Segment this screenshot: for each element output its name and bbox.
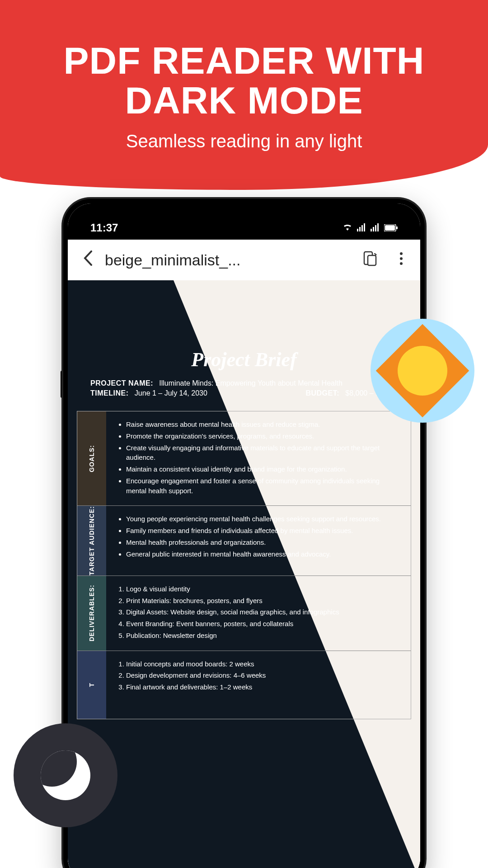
- list-item: Final artwork and deliverables: 1–2 week…: [126, 682, 400, 692]
- svg-rect-0: [357, 229, 358, 231]
- list-item: Digital Assets: Website design, social m…: [126, 607, 400, 617]
- goals-body: Raise awareness about mental health issu…: [106, 411, 411, 505]
- list-item: Logo & visual identity: [126, 584, 400, 594]
- svg-rect-10: [396, 226, 398, 229]
- list-item: Promote the organization's services, pro…: [126, 431, 400, 441]
- document-page: Project Brief PROJECT NAME: Illuminate M…: [72, 335, 416, 719]
- svg-rect-4: [371, 229, 372, 231]
- target-row: TARGET AUDIENCE: Young people experienci…: [77, 506, 411, 576]
- goals-list: Raise awareness about mental health issu…: [117, 420, 400, 495]
- list-item: Raise awareness about mental health issu…: [126, 420, 400, 429]
- timeline-row: T Initial concepts and mood boards: 2 we…: [77, 651, 411, 719]
- phone-frame: 11:37 beige_minimalist_...: [63, 199, 425, 868]
- more-menu-icon[interactable]: [391, 252, 411, 269]
- goals-row: GOALS: Raise awareness about mental heal…: [77, 411, 411, 506]
- list-item: General public interested in mental heal…: [126, 549, 400, 559]
- timeline-label: TIMELINE:: [90, 389, 129, 397]
- list-item: Event Branding: Event banners, posters, …: [126, 619, 400, 629]
- doc-heading: Project Brief: [72, 348, 416, 371]
- sun-icon: [398, 346, 447, 396]
- document-filename: beige_minimalist_...: [105, 251, 349, 269]
- target-label: TARGET AUDIENCE:: [88, 506, 95, 576]
- status-icons: [343, 222, 398, 234]
- timeline-sec-list: Initial concepts and mood boards: 2 week…: [117, 659, 400, 692]
- svg-rect-5: [373, 227, 374, 231]
- deliverables-list: Logo & visual identity Print Materials: …: [117, 584, 400, 641]
- deliverables-label-cell: DELIVERABLES:: [77, 576, 106, 651]
- list-item: Encourage engagement and foster a sense …: [126, 476, 400, 496]
- project-name-value: Illuminate Minds: Empowering Youth about…: [159, 379, 343, 387]
- svg-rect-6: [375, 225, 376, 231]
- promo-title-line2: DARK MODE: [0, 80, 488, 120]
- deliverables-row: DELIVERABLES: Logo & visual identity Pri…: [77, 576, 411, 651]
- promo-title-line1: PDF READER WITH: [0, 41, 488, 80]
- list-item: Create visually engaging and informative…: [126, 443, 400, 463]
- list-item: Print Materials: brochures, posters, and…: [126, 596, 400, 606]
- signal-icon-2: [371, 222, 380, 234]
- status-bar: 11:37: [68, 203, 420, 240]
- document-viewport[interactable]: Project Brief PROJECT NAME: Illuminate M…: [68, 280, 420, 868]
- svg-rect-9: [385, 225, 395, 231]
- svg-point-14: [400, 257, 403, 260]
- timeline-sec-label-cell: T: [77, 651, 106, 719]
- promo-subtitle: Seamless reading in any light: [0, 131, 488, 151]
- goals-label: GOALS:: [88, 445, 95, 472]
- target-label-cell: TARGET AUDIENCE:: [77, 506, 106, 576]
- project-name-row: PROJECT NAME: Illuminate Minds: Empoweri…: [72, 379, 416, 387]
- target-body: Young people experiencing mental health …: [106, 506, 411, 576]
- list-item: Maintain a consistent visual identity an…: [126, 464, 400, 474]
- svg-rect-2: [361, 225, 363, 231]
- status-time: 11:37: [90, 222, 118, 234]
- target-list: Young people experiencing mental health …: [117, 514, 400, 559]
- list-item: Design development and revisions: 4–6 we…: [126, 670, 400, 680]
- list-item: Initial concepts and mood boards: 2 week…: [126, 659, 400, 669]
- wifi-icon: [343, 222, 352, 234]
- list-item: Young people experiencing mental health …: [126, 514, 400, 524]
- light-mode-badge[interactable]: [371, 319, 474, 423]
- project-name-label: PROJECT NAME:: [90, 379, 153, 387]
- promo-header: PDF READER WITH DARK MODE Seamless readi…: [0, 41, 488, 151]
- phone-screen: 11:37 beige_minimalist_...: [68, 203, 420, 868]
- svg-rect-3: [364, 223, 365, 231]
- signal-icon: [357, 222, 366, 234]
- deliverables-body: Logo & visual identity Print Materials: …: [106, 576, 411, 651]
- moon-icon: [41, 750, 90, 800]
- svg-rect-1: [359, 227, 361, 231]
- back-button[interactable]: [77, 250, 99, 270]
- battery-icon: [384, 222, 398, 234]
- list-item: Family members and friends of individual…: [126, 526, 400, 536]
- goals-label-cell: GOALS:: [77, 411, 106, 505]
- budget-label: BUDGET:: [305, 389, 339, 397]
- list-item: Mental health professionals and organiza…: [126, 538, 400, 547]
- deliverables-label: DELIVERABLES:: [88, 585, 95, 642]
- timeline-sec-body: Initial concepts and mood boards: 2 week…: [106, 651, 411, 719]
- svg-point-13: [400, 252, 403, 255]
- timeline-sec-label: T: [88, 683, 95, 687]
- app-bar: beige_minimalist_...: [68, 240, 420, 280]
- list-item: Publication: Newsletter design: [126, 631, 400, 641]
- screen-rotate-icon[interactable]: [354, 251, 386, 269]
- svg-rect-12: [368, 255, 376, 265]
- svg-rect-7: [377, 223, 379, 231]
- timeline-value: June 1 – July 14, 2030: [135, 389, 207, 397]
- timeline-budget-row: TIMELINE: June 1 – July 14, 2030 BUDGET:…: [72, 389, 416, 397]
- svg-point-15: [400, 262, 403, 265]
- sections-table: GOALS: Raise awareness about mental heal…: [77, 411, 411, 719]
- dark-mode-badge[interactable]: [14, 723, 117, 827]
